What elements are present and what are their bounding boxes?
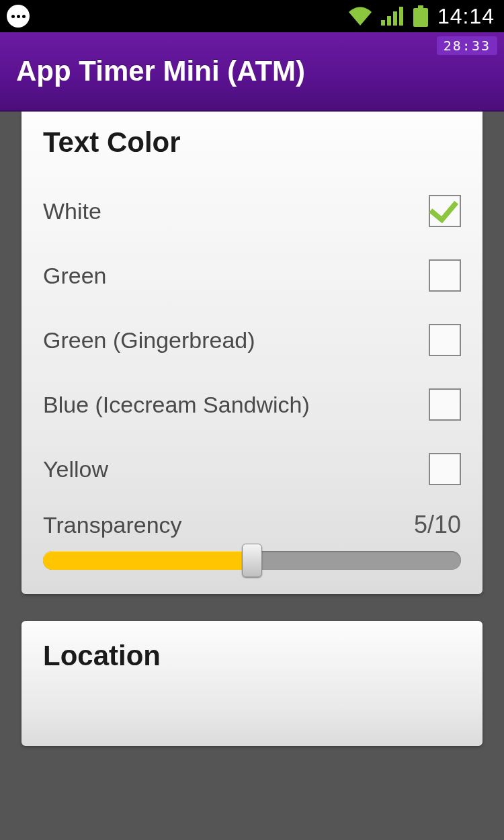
location-card: Location <box>22 621 482 746</box>
checkbox-green[interactable] <box>429 259 461 292</box>
svg-rect-1 <box>387 16 391 26</box>
option-white[interactable]: White <box>43 179 461 243</box>
transparency-row: Transparency 5/10 <box>43 511 461 539</box>
transparency-label: Transparency <box>43 512 182 538</box>
timer-badge: 28:33 <box>437 36 497 55</box>
option-label: Green (Gingerbread) <box>43 327 255 353</box>
app-bar: App Timer Mini (ATM) 28:33 <box>0 32 504 112</box>
transparency-slider[interactable] <box>43 551 461 570</box>
svg-rect-0 <box>381 20 385 26</box>
text-color-card: Text Color White Green Green (Gingerbrea… <box>22 112 482 594</box>
checkbox-blue-ics[interactable] <box>429 388 461 421</box>
option-green-gingerbread[interactable]: Green (Gingerbread) <box>43 308 461 372</box>
checkbox-green-gingerbread[interactable] <box>429 324 461 356</box>
section-title-location: Location <box>43 640 461 672</box>
content-scroll[interactable]: Text Color White Green Green (Gingerbrea… <box>0 112 504 840</box>
svg-rect-2 <box>393 11 397 26</box>
option-green[interactable]: Green <box>43 243 461 308</box>
status-clock: 14:14 <box>437 4 495 29</box>
option-label: Green <box>43 263 107 289</box>
notification-icon[interactable] <box>7 5 30 28</box>
section-title-text-color: Text Color <box>43 126 461 159</box>
option-yellow[interactable]: Yellow <box>43 437 461 501</box>
slider-thumb[interactable] <box>242 544 262 577</box>
wifi-icon <box>349 7 372 26</box>
status-bar: 14:14 <box>0 0 504 32</box>
battery-icon <box>413 5 428 27</box>
signal-icon <box>381 7 404 26</box>
svg-rect-5 <box>413 8 428 27</box>
checkbox-yellow[interactable] <box>429 453 461 485</box>
option-label: White <box>43 198 101 224</box>
svg-rect-4 <box>418 5 423 8</box>
option-label: Yellow <box>43 456 108 482</box>
option-blue-ics[interactable]: Blue (Icecream Sandwich) <box>43 372 461 437</box>
checkbox-white[interactable] <box>429 195 461 227</box>
transparency-value: 5/10 <box>414 511 461 539</box>
app-title: App Timer Mini (ATM) <box>16 55 305 87</box>
option-label: Blue (Icecream Sandwich) <box>43 392 310 418</box>
svg-rect-3 <box>399 7 403 26</box>
